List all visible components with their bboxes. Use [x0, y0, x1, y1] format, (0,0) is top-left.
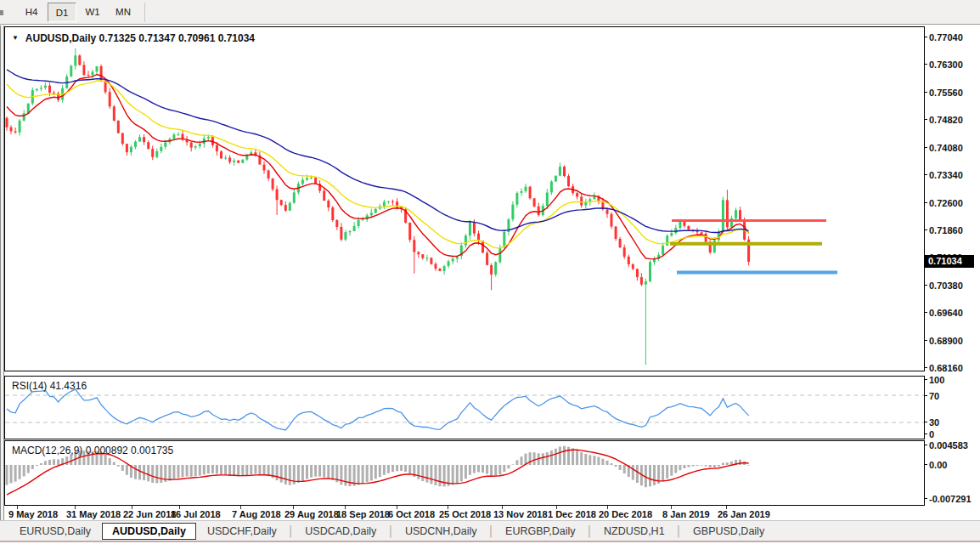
cropped-button-fragment	[0, 10, 3, 15]
price-axis-label: 0.74820	[929, 115, 963, 125]
date-axis-label: 18 Sep 2018	[336, 509, 390, 519]
status-bar-edge	[0, 541, 980, 542]
date-axis-label: 29 Aug 2018	[284, 509, 339, 519]
tab-separator: │	[676, 525, 683, 537]
date-axis-label: 20 Dec 2018	[599, 509, 652, 519]
price-chart-canvas[interactable]	[5, 27, 924, 371]
date-axis-label: 8 Jan 2019	[662, 509, 710, 519]
date-axis-label: 16 Jul 2018	[171, 509, 221, 519]
current-price-tag: 0.71034	[925, 255, 974, 268]
macd-values: 0.000892 0.001735	[86, 445, 173, 456]
date-axis-label: 13 Nov 2018	[493, 509, 548, 519]
date-axis: 9 May 201831 May 201822 Jun 201816 Jul 2…	[4, 506, 925, 520]
chart-tab-usdcad[interactable]: USDCAD,Daily	[294, 524, 387, 539]
date-axis-label: 9 May 2018	[8, 509, 58, 519]
chart-symbol-label: AUDUSD,Daily	[25, 32, 96, 44]
date-axis-label: 25 Oct 2018	[439, 509, 491, 519]
rsi-line	[7, 389, 749, 430]
date-axis-label: 22 Jun 2018	[123, 509, 176, 519]
tab-separator: │	[288, 525, 295, 537]
macd-axis-label: -0.007291	[929, 494, 972, 504]
timeframe-button-w1[interactable]: W1	[78, 3, 107, 22]
chart-tab-audusd[interactable]: AUDUSD,Daily	[102, 523, 196, 540]
chart-tab-usdcnh[interactable]: USDCNH,Daily	[394, 524, 488, 539]
timeframe-button-h4[interactable]: H4	[17, 3, 46, 22]
price-axis-label: 0.68900	[929, 336, 963, 346]
price-axis-label: 0.72600	[929, 198, 963, 208]
chart-ohlc-values: 0.71325 0.71347 0.70961 0.71034	[99, 32, 256, 44]
rsi-pane: RSI(14) 41.4316	[4, 376, 925, 439]
date-axis-label: 7 Aug 2018	[232, 509, 281, 519]
tab-separator: │	[387, 525, 394, 537]
dropdown-triangle-icon[interactable]: ▼	[12, 34, 19, 42]
rsi-label: RSI(14) 41.4316	[12, 380, 87, 392]
rsi-value: 41.4316	[50, 380, 87, 392]
price-chart-pane: ▼ AUDUSD,Daily 0.71325 0.71347 0.70961 0…	[4, 26, 925, 371]
price-axis-label: 0.74080	[929, 143, 963, 153]
price-axis-label: 0.69640	[929, 308, 963, 318]
rsi-axis-label: 0	[929, 429, 934, 439]
timeframe-toolbar: H4D1W1MN	[0, 0, 980, 25]
chart-tab-eurusd[interactable]: EURUSD,Daily	[8, 524, 102, 539]
price-axis-label: 0.73340	[929, 170, 963, 180]
chart-tab-bar: EURUSD,DailyAUDUSD,DailyUSDCHF,Daily│USD…	[0, 520, 980, 541]
rsi-axis-label: 70	[929, 391, 939, 401]
price-axis-label: 0.76300	[929, 60, 963, 70]
rsi-axis-label: 100	[929, 375, 944, 385]
timeframe-button-d1[interactable]: D1	[48, 3, 76, 22]
tab-separator: │	[488, 525, 495, 537]
rsi-canvas[interactable]	[5, 377, 924, 439]
macd-pane: MACD(12,26,9) 0.000892 0.001735	[4, 440, 925, 506]
chart-tab-gbpusd[interactable]: GBPUSD,Daily	[682, 524, 775, 539]
ma-mid-yellow	[7, 81, 749, 248]
price-axis-label: 0.71860	[929, 225, 963, 235]
toolbar-separator	[144, 3, 145, 22]
chart-tab-nzdusd[interactable]: NZDUSD,H1	[593, 524, 676, 539]
chart-tab-eurgbp[interactable]: EURGBP,Daily	[494, 524, 586, 539]
macd-signal-line	[7, 450, 749, 495]
date-axis-label: 1 Dec 2018	[548, 509, 596, 519]
timeframe-button-mn[interactable]: MN	[109, 3, 138, 22]
price-axis-label: 0.68160	[929, 363, 963, 373]
price-axis-label: 0.75560	[929, 88, 963, 98]
chart-tab-usdchf[interactable]: USDCHF,Daily	[196, 524, 288, 539]
date-axis-label: 31 May 2018	[66, 509, 121, 519]
rsi-axis-label: 30	[929, 417, 939, 428]
date-axis-label: 26 Jan 2019	[718, 509, 770, 519]
macd-label: MACD(12,26,9) 0.000892 0.001735	[12, 445, 173, 456]
price-axis-label: 0.77040	[929, 32, 963, 42]
ma-fast-red	[7, 75, 749, 259]
chart-header: ▼ AUDUSD,Daily 0.71325 0.71347 0.70961 0…	[12, 32, 255, 44]
macd-axis-label: 0.004583	[929, 440, 968, 450]
tab-separator: │	[587, 525, 594, 537]
date-axis-label: 6 Oct 2018	[388, 509, 435, 519]
macd-axis-label: 0.00	[929, 460, 947, 470]
price-axis-label: 0.70380	[929, 280, 963, 291]
